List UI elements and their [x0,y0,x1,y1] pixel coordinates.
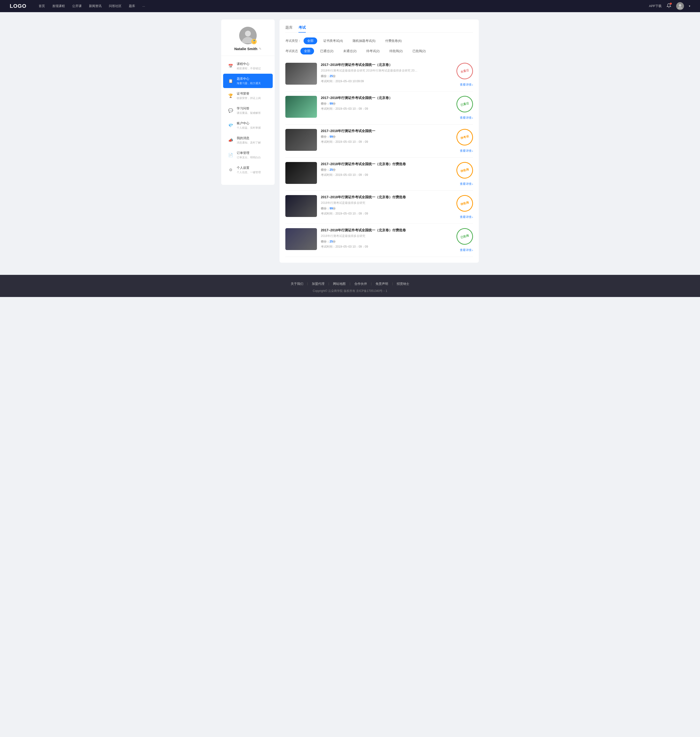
sidebar-item-0[interactable]: 📅 课程中心 精彩课程，不容错过 [223,59,273,73]
user-avatar-nav[interactable] [676,2,684,10]
nav-more[interactable]: ··· [143,4,145,8]
menu-icon-3: 💬 [228,108,233,113]
menu-icon-4: 💎 [228,123,233,128]
filter-status-row: 考试状态 全部 已通过(2) 未通过(2) 待考试(2) 待批阅(2) 已批阅(… [285,48,473,55]
notification-bell[interactable] [666,3,671,9]
exam-item-5: 2017–2018年行测证件考试全国统一（北京卷）付费批卷 2018年行测考试是… [285,224,473,257]
sidebar-item-2[interactable]: 🏆 证书荣誉 收获荣誉，持证上岗 [223,88,273,103]
exam-detail-link-4[interactable]: 查看详情 › [460,215,473,219]
filter-status-label: 考试状态 [285,49,298,53]
exam-title-5: 2017–2018年行测证件考试全国统一（北京卷）付费批卷 [321,228,447,233]
sidebar-item-6[interactable]: 📄 订单管理 订单支出、明明白白 [223,148,273,162]
sidebar-item-1[interactable]: 📋 题库中心 海量习题，助力通关 [223,74,273,88]
menu-sub-7: 个人信息、一键管理 [237,171,261,174]
footer-links: 关于我们|加盟代理|网站地图|合作伙伴|免责声明|招贤纳士 [5,282,695,286]
menu-sub-4: 个人权益、实时掌握 [237,126,261,130]
filter-status-failed[interactable]: 未通过(2) [340,48,360,55]
exam-detail-link-3[interactable]: 查看详情 › [460,182,473,186]
footer-link-0[interactable]: 关于我们 [291,282,303,286]
menu-label-2: 证书荣誉 [237,91,261,96]
filter-status-passed[interactable]: 已通过(2) [316,48,337,55]
sidebar-profile: 🏅 Natalie Smith ✎ [221,19,275,56]
footer: 关于我们|加盟代理|网站地图|合作伙伴|免责声明|招贤纳士 Copyright©… [0,275,700,297]
notification-dot [670,3,672,4]
detail-arrow-3: › [472,183,473,186]
exam-score-2: 得分：99分 [321,135,447,139]
menu-icon-0: 📅 [228,63,233,69]
detail-arrow-2: › [472,149,473,153]
footer-link-4[interactable]: 免责声明 [375,282,388,286]
exam-stamp-5: 已批阅 [454,226,475,246]
avatar-wrap: 🏅 [239,27,257,44]
tab-question-bank[interactable]: 题库 [285,25,293,32]
sidebar-item-3[interactable]: 💬 学习问答 课后重温、疑难解答 [223,103,273,118]
exam-score-3: 得分：25分 [321,168,447,172]
filter-status-pending-exam[interactable]: 待考试(2) [363,48,383,55]
exam-thumbnail-4 [285,195,317,217]
exam-thumbnail-5 [285,228,317,250]
menu-label-3: 学习问答 [237,106,261,111]
filter-status-all[interactable]: 全部 [300,48,314,55]
exam-score-5: 得分：25分 [321,240,447,244]
exam-detail-link-5[interactable]: 查看详情 › [460,248,473,252]
exam-stamp-3: 待批阅 [454,160,475,180]
filter-type-cert[interactable]: 证书类考试(4) [320,37,347,44]
filter-status-pending-review[interactable]: 待批阅(2) [386,48,406,55]
footer-sep-2: | [350,282,350,286]
exam-stamp-2: 待考试 [454,127,475,147]
page-body: 🏅 Natalie Smith ✎ 📅 课程中心 精彩课程，不容错过 📋 题库中… [216,12,484,270]
tab-exam[interactable]: 考试 [299,25,306,32]
menu-label-4: 账户中心 [237,121,261,125]
app-download-link[interactable]: APP下载 [649,4,662,8]
sidebar-menu: 📅 课程中心 精彩课程，不容错过 📋 题库中心 海量习题，助力通关 🏆 证书荣誉… [221,56,275,180]
footer-sep-1: | [328,282,329,286]
nav-question-bank[interactable]: 题库 [129,4,135,8]
sidebar-item-4[interactable]: 💎 账户中心 个人权益、实时掌握 [223,118,273,133]
logo: LOGO [10,3,26,9]
footer-link-3[interactable]: 合作伙伴 [354,282,367,286]
exam-thumbnail-0 [285,63,317,85]
filter-type-all[interactable]: 全部 [304,37,317,44]
nav-courses[interactable]: 发现课程 [52,4,65,8]
exam-detail-link-2[interactable]: 查看详情 › [460,149,473,153]
exam-detail-link-0[interactable]: 查看详情 › [460,83,473,87]
footer-link-1[interactable]: 加盟代理 [312,282,325,286]
main-content: 题库 考试 考试类型： 全部 证书类考试(4) 随机抽题考试(5) 付费批卷(6… [279,19,479,263]
exam-item-1: 2017–2018年行测证件考试全国统一（北京卷） 得分：99分 考试时间：20… [285,91,473,125]
exam-thumbnail-3 [285,162,317,184]
filter-type-paid[interactable]: 付费批卷(6) [382,37,406,44]
exam-stamp-4: 待批阅 [454,193,475,213]
footer-link-5[interactable]: 招贤纳士 [397,282,409,286]
sidebar: 🏅 Natalie Smith ✎ 📅 课程中心 精彩课程，不容错过 📋 题库中… [221,19,275,185]
edit-profile-icon[interactable]: ✎ [259,47,262,51]
exam-detail-link-1[interactable]: 查看详情 › [460,116,473,120]
menu-icon-5: 📣 [228,138,233,143]
exam-right-5: 已批阅 查看详情 › [451,228,473,252]
exam-info-5: 2017–2018年行测证件考试全国统一（北京卷）付费批卷 2018年行测考试是… [321,228,447,249]
filter-type-random[interactable]: 随机抽题考试(5) [349,37,379,44]
exam-time-3: 考试时间：2019–05–03 10：09：09 [321,173,447,177]
filter-status-reviewed[interactable]: 已批阅(2) [409,48,429,55]
exam-desc-5: 2018年行测考试是最值得多去研究 [321,234,418,238]
menu-icon-1: 📋 [228,78,233,84]
exam-score-4: 得分：99分 [321,206,447,211]
user-menu-chevron[interactable]: ▾ [689,4,690,8]
user-name-row: Natalie Smith ✎ [234,47,262,51]
navbar: LOGO 首页 发现课程 公开课 新闻资讯 问答社区 题库 ··· APP下载 … [0,0,700,12]
exam-right-0: 未通过 查看详情 › [451,63,473,87]
exam-right-4: 待批阅 查看详情 › [451,195,473,219]
menu-sub-0: 精彩课程，不容错过 [237,67,261,70]
username: Natalie Smith [234,47,257,51]
menu-icon-7: ⚙ [228,167,233,173]
nav-open-courses[interactable]: 公开课 [72,4,82,8]
sidebar-item-5[interactable]: 📣 我的消息 消息通知、及时了解 [223,133,273,147]
menu-sub-2: 收获荣誉，持证上岗 [237,96,261,100]
svg-point-3 [245,31,251,37]
footer-sep-3: | [371,282,372,286]
sidebar-item-7[interactable]: ⚙ 个人设置 个人信息、一键管理 [223,163,273,177]
nav-qa[interactable]: 问答社区 [109,4,122,8]
footer-link-2[interactable]: 网站地图 [333,282,346,286]
exam-score-1: 得分：99分 [321,102,447,106]
nav-news[interactable]: 新闻资讯 [89,4,101,8]
nav-home[interactable]: 首页 [39,4,45,8]
